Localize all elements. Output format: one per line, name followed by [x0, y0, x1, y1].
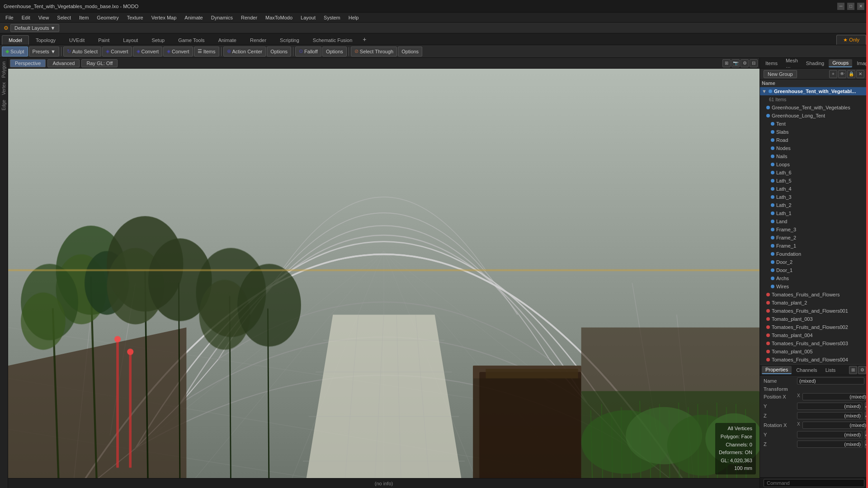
- new-group-button[interactable]: New Group: [764, 70, 797, 78]
- list-item[interactable]: Lath_2: [760, 201, 868, 209]
- groups-delete-icon[interactable]: ✕: [856, 70, 864, 78]
- tab-scripting[interactable]: Scripting: [273, 35, 306, 45]
- props-tab-lists[interactable]: Lists: [822, 366, 840, 374]
- groups-add-icon[interactable]: +: [829, 70, 837, 78]
- viewport-canvas[interactable]: All Vertices Polygon: Face Channels: 0 D…: [8, 69, 760, 478]
- command-input[interactable]: [764, 479, 864, 487]
- sidebar-item-vertex[interactable]: Vertex: [0, 80, 7, 97]
- menu-render[interactable]: Render: [237, 14, 261, 21]
- list-item[interactable]: Frame_2: [760, 234, 868, 242]
- falloff-button[interactable]: ⊙ Falloff: [295, 47, 321, 56]
- list-item[interactable]: Archs: [760, 274, 868, 282]
- sidebar-item-polygon[interactable]: Polygon: [0, 60, 7, 80]
- list-item[interactable]: Lath_6: [760, 169, 868, 177]
- menu-texture[interactable]: Texture: [123, 14, 147, 21]
- tab-game-tools[interactable]: Game Tools: [171, 35, 212, 45]
- tab-render[interactable]: Render: [243, 35, 273, 45]
- sidebar-item-edge[interactable]: Edge: [0, 98, 7, 112]
- groups-list[interactable]: ▼ Greenhouse_Tent_with_Vegetabl... 61 It…: [760, 87, 868, 364]
- list-item[interactable]: Tomato_plant_003: [760, 315, 868, 323]
- list-item[interactable]: Nodes: [760, 144, 868, 152]
- list-item[interactable]: Lath_4: [760, 185, 868, 193]
- props-expand-button[interactable]: ⊞: [849, 366, 857, 374]
- panel-tab-shading[interactable]: Shading: [802, 60, 828, 67]
- list-item[interactable]: Loops: [760, 160, 868, 169]
- menu-edit[interactable]: Edit: [18, 14, 34, 21]
- viewport-tab-advanced[interactable]: Advanced: [47, 59, 80, 67]
- tab-layout[interactable]: Layout: [116, 35, 145, 45]
- props-tab-channels[interactable]: Channels: [793, 366, 821, 374]
- menu-system[interactable]: System: [320, 14, 344, 21]
- list-item[interactable]: Lath_1: [760, 209, 868, 217]
- add-tab-button[interactable]: +: [359, 34, 370, 45]
- list-item[interactable]: Tomatoes_Fruits_and_Flowers003: [760, 339, 868, 347]
- name-field[interactable]: [797, 377, 864, 385]
- maximize-button[interactable]: □: [847, 3, 854, 10]
- viewport-grid-button[interactable]: ⊟: [750, 59, 758, 67]
- panel-tab-mesh[interactable]: Mesh …: [782, 57, 802, 70]
- list-item[interactable]: Slabs: [760, 128, 868, 136]
- props-tab-properties[interactable]: Properties: [762, 366, 792, 374]
- props-settings-button[interactable]: ⚙: [858, 366, 866, 374]
- menu-file[interactable]: File: [2, 14, 17, 21]
- list-item[interactable]: Greenhouse_Long_Tent: [760, 112, 868, 120]
- list-item[interactable]: Tomatoes_Fruits_and_Flowers002: [760, 323, 868, 331]
- menu-help[interactable]: Help: [345, 14, 363, 21]
- menu-maxtomodo[interactable]: MaxToModo: [262, 14, 296, 21]
- menu-geometry[interactable]: Geometry: [93, 14, 122, 21]
- tab-animate[interactable]: Animate: [212, 35, 243, 45]
- select-through-button[interactable]: ⊘ Select Through: [351, 47, 397, 56]
- list-item[interactable]: Frame_1: [760, 242, 868, 250]
- list-item[interactable]: Tent: [760, 120, 868, 128]
- list-item[interactable]: Frame_3: [760, 225, 868, 234]
- groups-lock-icon[interactable]: 🔒: [847, 70, 855, 78]
- list-item[interactable]: Greenhouse_Tent_with_Vegetables: [760, 103, 868, 112]
- viewport-camera-button[interactable]: 📷: [731, 59, 740, 67]
- menu-view[interactable]: View: [35, 14, 53, 21]
- position-y-field[interactable]: [797, 403, 862, 410]
- rotation-z-field[interactable]: [797, 441, 862, 448]
- list-item[interactable]: Foundation: [760, 250, 868, 258]
- tab-schematic-fusion[interactable]: Schematic Fusion: [306, 35, 359, 45]
- rotation-y-field[interactable]: [797, 431, 862, 438]
- list-item[interactable]: Tomato_plant_005: [760, 347, 868, 356]
- menu-layout[interactable]: Layout: [297, 14, 319, 21]
- options2-button[interactable]: Options: [322, 47, 347, 56]
- list-item[interactable]: Road: [760, 136, 868, 144]
- list-item[interactable]: Tomatoes_Fruits_and_Flowers004: [760, 356, 868, 364]
- tab-topology[interactable]: Topology: [29, 35, 62, 45]
- viewport-tab-ray-gl[interactable]: Ray GL: Off: [81, 59, 118, 67]
- panel-tab-items[interactable]: Items: [762, 60, 781, 67]
- list-item[interactable]: Tomato_plant_004: [760, 331, 868, 339]
- viewport-maximize-button[interactable]: ⊞: [722, 59, 731, 67]
- list-item[interactable]: Tomatoes_Fruits_and_Flowers001: [760, 307, 868, 315]
- position-z-field[interactable]: [797, 412, 862, 419]
- items-button[interactable]: ☰ Items: [194, 47, 219, 56]
- tab-setup[interactable]: Setup: [145, 35, 171, 45]
- tab-uvedit[interactable]: UVEdit: [62, 35, 91, 45]
- menu-item[interactable]: Item: [75, 14, 92, 21]
- sculpt-button[interactable]: ◆ Sculpt: [2, 47, 28, 56]
- menu-animate[interactable]: Animate: [181, 14, 206, 21]
- list-item[interactable]: Tomatoes_Fruits_and_Flowers: [760, 291, 868, 299]
- default-layouts-button[interactable]: Default Layouts ▼: [10, 24, 59, 32]
- convert2-button[interactable]: ◈ Convert: [133, 47, 163, 56]
- group-header-item[interactable]: ▼ Greenhouse_Tent_with_Vegetabl...: [760, 87, 868, 95]
- minimize-button[interactable]: ─: [837, 3, 844, 10]
- list-item[interactable]: Land: [760, 217, 868, 225]
- tab-paint[interactable]: Paint: [91, 35, 116, 45]
- action-center-button[interactable]: ⊕ Action Center: [223, 47, 266, 56]
- list-item[interactable]: Nails: [760, 152, 868, 160]
- list-item[interactable]: Tomato_plant_2: [760, 299, 868, 307]
- list-item[interactable]: Wires: [760, 282, 868, 291]
- options1-button[interactable]: Options: [267, 47, 291, 56]
- position-x-field[interactable]: [802, 393, 868, 400]
- presets-button[interactable]: Presets ▼: [29, 47, 59, 56]
- rotation-x-field[interactable]: [802, 422, 868, 429]
- viewport-tab-perspective[interactable]: Perspective: [10, 59, 46, 67]
- tab-model[interactable]: Model: [2, 35, 29, 45]
- viewport-settings-button[interactable]: ⚙: [741, 59, 749, 67]
- menu-dynamics[interactable]: Dynamics: [208, 14, 236, 21]
- groups-eye-icon[interactable]: 👁: [838, 70, 846, 78]
- close-button[interactable]: ✕: [857, 3, 864, 10]
